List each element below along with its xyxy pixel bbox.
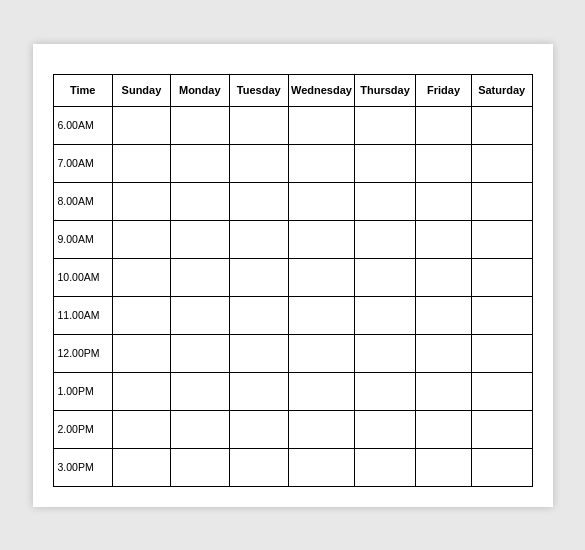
time-cell-6: 12.00PM [53, 334, 112, 372]
day-cell[interactable] [229, 220, 288, 258]
header-wednesday: Wednesday [288, 74, 354, 106]
day-cell[interactable] [471, 334, 532, 372]
table-row: 9.00AM [53, 220, 532, 258]
day-cell[interactable] [170, 106, 229, 144]
day-cell[interactable] [416, 410, 472, 448]
table-row: 2.00PM [53, 410, 532, 448]
day-cell[interactable] [471, 106, 532, 144]
day-cell[interactable] [229, 448, 288, 486]
day-cell[interactable] [229, 106, 288, 144]
day-cell[interactable] [416, 296, 472, 334]
day-cell[interactable] [229, 296, 288, 334]
day-cell[interactable] [354, 410, 415, 448]
time-cell-8: 2.00PM [53, 410, 112, 448]
day-cell[interactable] [354, 220, 415, 258]
day-cell[interactable] [288, 106, 354, 144]
day-cell[interactable] [288, 372, 354, 410]
day-cell[interactable] [112, 372, 170, 410]
day-cell[interactable] [170, 182, 229, 220]
day-cell[interactable] [170, 334, 229, 372]
day-cell[interactable] [354, 144, 415, 182]
day-cell[interactable] [471, 372, 532, 410]
day-cell[interactable] [354, 106, 415, 144]
schedule-table: TimeSundayMondayTuesdayWednesdayThursday… [53, 74, 533, 487]
header-time: Time [53, 74, 112, 106]
day-cell[interactable] [416, 182, 472, 220]
day-cell[interactable] [416, 106, 472, 144]
time-cell-4: 10.00AM [53, 258, 112, 296]
header-sunday: Sunday [112, 74, 170, 106]
day-cell[interactable] [229, 144, 288, 182]
time-cell-1: 7.00AM [53, 144, 112, 182]
day-cell[interactable] [471, 296, 532, 334]
day-cell[interactable] [229, 410, 288, 448]
table-row: 8.00AM [53, 182, 532, 220]
day-cell[interactable] [354, 258, 415, 296]
day-cell[interactable] [471, 448, 532, 486]
day-cell[interactable] [170, 220, 229, 258]
time-cell-7: 1.00PM [53, 372, 112, 410]
table-row: 7.00AM [53, 144, 532, 182]
day-cell[interactable] [354, 334, 415, 372]
header-friday: Friday [416, 74, 472, 106]
day-cell[interactable] [354, 296, 415, 334]
day-cell[interactable] [471, 182, 532, 220]
day-cell[interactable] [170, 372, 229, 410]
day-cell[interactable] [354, 182, 415, 220]
time-cell-0: 6.00AM [53, 106, 112, 144]
day-cell[interactable] [170, 296, 229, 334]
header-thursday: Thursday [354, 74, 415, 106]
day-cell[interactable] [288, 144, 354, 182]
day-cell[interactable] [416, 334, 472, 372]
time-cell-3: 9.00AM [53, 220, 112, 258]
day-cell[interactable] [416, 220, 472, 258]
day-cell[interactable] [354, 448, 415, 486]
day-cell[interactable] [112, 410, 170, 448]
table-row: 10.00AM [53, 258, 532, 296]
header-monday: Monday [170, 74, 229, 106]
day-cell[interactable] [112, 296, 170, 334]
day-cell[interactable] [416, 258, 472, 296]
day-cell[interactable] [112, 334, 170, 372]
schedule-page: TimeSundayMondayTuesdayWednesdayThursday… [33, 44, 553, 507]
table-row: 11.00AM [53, 296, 532, 334]
day-cell[interactable] [170, 258, 229, 296]
day-cell[interactable] [112, 258, 170, 296]
day-cell[interactable] [112, 220, 170, 258]
header-saturday: Saturday [471, 74, 532, 106]
table-row: 6.00AM [53, 106, 532, 144]
day-cell[interactable] [112, 182, 170, 220]
day-cell[interactable] [471, 220, 532, 258]
day-cell[interactable] [416, 448, 472, 486]
day-cell[interactable] [288, 296, 354, 334]
day-cell[interactable] [288, 258, 354, 296]
day-cell[interactable] [229, 182, 288, 220]
day-cell[interactable] [471, 144, 532, 182]
time-cell-2: 8.00AM [53, 182, 112, 220]
day-cell[interactable] [229, 334, 288, 372]
day-cell[interactable] [112, 448, 170, 486]
header-row: TimeSundayMondayTuesdayWednesdayThursday… [53, 74, 532, 106]
day-cell[interactable] [170, 144, 229, 182]
table-row: 3.00PM [53, 448, 532, 486]
day-cell[interactable] [112, 144, 170, 182]
day-cell[interactable] [229, 372, 288, 410]
day-cell[interactable] [416, 144, 472, 182]
day-cell[interactable] [288, 410, 354, 448]
day-cell[interactable] [354, 372, 415, 410]
header-tuesday: Tuesday [229, 74, 288, 106]
day-cell[interactable] [112, 106, 170, 144]
day-cell[interactable] [288, 448, 354, 486]
day-cell[interactable] [416, 372, 472, 410]
table-row: 1.00PM [53, 372, 532, 410]
day-cell[interactable] [288, 334, 354, 372]
day-cell[interactable] [288, 182, 354, 220]
day-cell[interactable] [170, 410, 229, 448]
time-cell-9: 3.00PM [53, 448, 112, 486]
day-cell[interactable] [471, 410, 532, 448]
day-cell[interactable] [288, 220, 354, 258]
day-cell[interactable] [471, 258, 532, 296]
day-cell[interactable] [229, 258, 288, 296]
table-row: 12.00PM [53, 334, 532, 372]
day-cell[interactable] [170, 448, 229, 486]
